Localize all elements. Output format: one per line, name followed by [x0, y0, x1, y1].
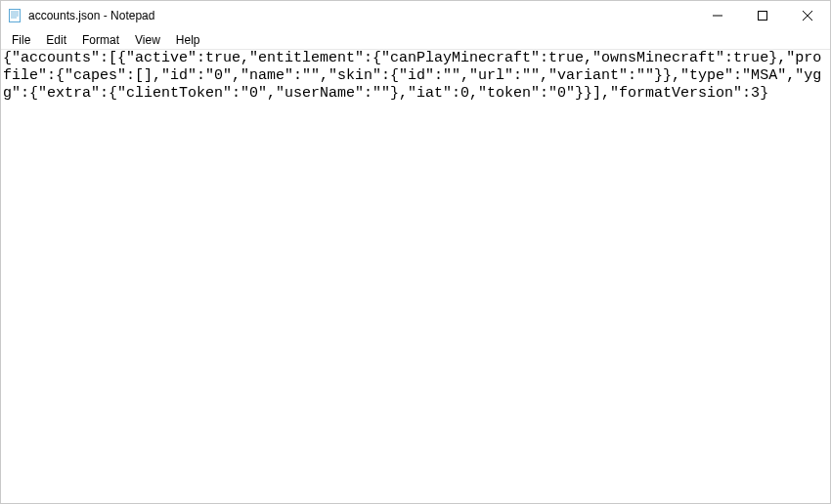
window-title: accounts.json - Notepad [28, 9, 154, 22]
maximize-button[interactable] [740, 1, 785, 30]
svg-rect-6 [759, 12, 767, 21]
menu-help[interactable]: Help [169, 32, 207, 48]
close-button[interactable] [785, 1, 830, 30]
menu-format[interactable]: Format [75, 32, 126, 48]
minimize-button[interactable] [695, 1, 740, 30]
menu-edit[interactable]: Edit [39, 32, 73, 48]
window-controls [695, 1, 830, 30]
text-editor[interactable] [1, 50, 830, 503]
menu-file[interactable]: File [5, 32, 37, 48]
titlebar: accounts.json - Notepad [1, 1, 830, 30]
notepad-icon [7, 8, 22, 23]
notepad-window: accounts.json - Notepad File Edit Format… [0, 0, 831, 504]
editor-area [1, 50, 830, 503]
menubar: File Edit Format View Help [1, 30, 830, 50]
menu-view[interactable]: View [128, 32, 167, 48]
